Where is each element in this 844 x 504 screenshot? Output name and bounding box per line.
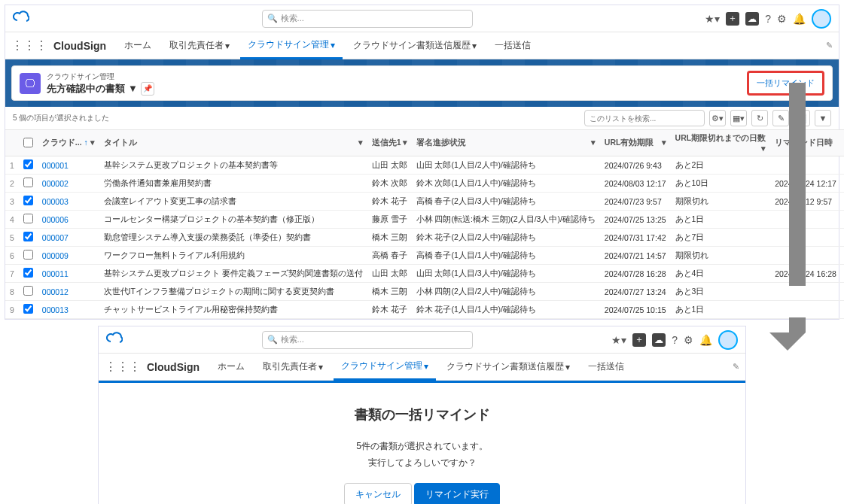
avatar[interactable] <box>812 9 831 29</box>
doc-id-link[interactable]: 000006 <box>42 215 69 224</box>
recipient: 藤原 雪子 <box>367 211 412 229</box>
tab-bulk-send[interactable]: 一括送信 <box>580 354 632 379</box>
add-icon[interactable]: ＋ <box>632 333 646 347</box>
url-expiry: 2024/07/23 9:57 <box>600 193 671 211</box>
col-days-left[interactable]: URL期限切れまでの日数 ▾ <box>671 130 771 156</box>
days-left: あと4日 <box>671 265 771 283</box>
sign-status: 鈴木 花子(1人目/1人中)/確認待ち <box>412 301 600 319</box>
table-row: 1000001基幹システム更改プロジェクトの基本契約書等山田 太郎山田 太郎(1… <box>5 156 844 175</box>
filter-button[interactable]: ▼ <box>815 110 831 126</box>
help-icon[interactable]: ? <box>672 334 678 346</box>
list-settings-button[interactable]: ⚙▾ <box>709 110 726 126</box>
tab-contacts[interactable]: 取引先責任者 ▾ <box>162 33 237 58</box>
app-launcher-icon[interactable]: ⋮⋮⋮ <box>105 360 141 374</box>
select-all-checkbox[interactable] <box>23 138 33 147</box>
cancel-button[interactable]: キャンセル <box>344 483 412 504</box>
tab-home[interactable]: ホーム <box>210 354 252 379</box>
sign-status: 小林 四朗(転送:橋木 三朗)(2人目/3人中)/確認待ち <box>412 211 600 229</box>
object-label: クラウドサイン管理 <box>47 72 114 80</box>
doc-title: 次世代ITインフラ整備プロジェクトの期間に関する変更契約書 <box>99 283 367 301</box>
doc-id-link[interactable]: 000002 <box>42 179 69 188</box>
gear-icon[interactable]: ⚙ <box>684 334 693 346</box>
row-checkbox[interactable] <box>23 286 33 296</box>
refresh-button[interactable]: ↻ <box>751 110 768 126</box>
url-expiry: 2024/07/21 14:57 <box>600 247 671 265</box>
avatar[interactable] <box>718 330 738 350</box>
tab-cloudsign-mgmt[interactable]: クラウドサイン管理 ▾ <box>240 32 343 59</box>
row-number: 7 <box>5 265 19 283</box>
tab-bulk-send[interactable]: 一括送信 <box>487 33 538 58</box>
cloud-app-icon[interactable]: ☁ <box>745 12 759 26</box>
doc-id-link[interactable]: 000001 <box>42 161 69 170</box>
table-row: 4000006コールセンター構築プロジェクトの基本契約書（修正版）藤原 雪子小林… <box>5 211 844 229</box>
col-cloud-id[interactable]: クラウド... ↑ ▾ <box>38 130 99 156</box>
col-remind-dt[interactable]: リマインド日時 <box>770 130 841 156</box>
tab-home[interactable]: ホーム <box>117 33 159 58</box>
sign-status: 鈴木 花子(2人目/2人中)/確認待ち <box>412 229 600 247</box>
col-title[interactable]: タイトル ▾ <box>99 130 367 156</box>
tab-cloudsign-mgmt[interactable]: クラウドサイン管理 ▾ <box>334 354 436 381</box>
sign-status: 高橋 春子(2人目/3人中)/確認待ち <box>412 193 600 211</box>
col-status[interactable]: 署名進捗状況 ▾ <box>412 130 600 156</box>
remind-execute-button[interactable]: リマインド実行 <box>414 483 500 504</box>
row-checkbox[interactable] <box>23 214 33 223</box>
days-left: あと1日 <box>671 211 771 229</box>
col-recipient[interactable]: 送信先1 ▾ <box>367 130 412 156</box>
row-number: 4 <box>5 211 19 229</box>
app-name: CloudSign <box>147 361 200 373</box>
doc-id-link[interactable]: 000012 <box>42 287 69 296</box>
cloud-app-icon[interactable]: ☁ <box>652 333 666 347</box>
pencil-icon[interactable]: ✎ <box>733 362 739 372</box>
chevron-down-icon: ▾ <box>225 41 230 51</box>
row-checkbox[interactable] <box>23 159 33 169</box>
row-checkbox[interactable] <box>23 304 33 314</box>
row-checkbox[interactable] <box>23 178 33 187</box>
tab-send-history[interactable]: クラウドサイン書類送信履歴 ▾ <box>346 33 484 58</box>
tab-contacts[interactable]: 取引先責任者 ▾ <box>255 354 331 379</box>
recipient: 高橋 春子 <box>367 247 412 265</box>
search-icon: 🔍 <box>267 14 278 23</box>
doc-title: 労働条件通知書兼雇用契約書 <box>99 175 367 193</box>
view-title[interactable]: 先方確認中の書類 ▼ 📌 <box>47 82 154 96</box>
global-search[interactable]: 🔍 検索... <box>262 331 473 349</box>
display-grid-button[interactable]: ▦▾ <box>730 110 747 126</box>
pin-icon[interactable]: 📌 <box>141 82 154 96</box>
row-checkbox[interactable] <box>23 196 33 205</box>
list-search-input[interactable] <box>584 110 705 126</box>
star-icon[interactable]: ★▾ <box>611 334 626 346</box>
app-name: CloudSign <box>53 40 106 52</box>
add-icon[interactable]: ＋ <box>726 12 739 26</box>
gear-icon[interactable]: ⚙ <box>777 13 787 25</box>
tab-send-history[interactable]: クラウドサイン書類送信履歴 ▾ <box>439 354 577 379</box>
help-icon[interactable]: ? <box>765 13 771 25</box>
pencil-icon[interactable]: ✎ <box>826 41 833 50</box>
row-checkbox[interactable] <box>23 232 33 241</box>
edit-button[interactable]: ✎ <box>772 110 789 126</box>
row-number: 6 <box>5 247 19 265</box>
search-placeholder: 検索... <box>281 13 304 24</box>
url-expiry: 2024/07/25 13:25 <box>600 211 671 229</box>
doc-title: 会議室レイアウト変更工事の請求書 <box>99 193 367 211</box>
chevron-down-icon: ▾ <box>424 361 428 372</box>
doc-id-link[interactable]: 000013 <box>42 305 69 314</box>
row-checkbox[interactable] <box>23 268 33 278</box>
doc-id-link[interactable]: 000007 <box>42 233 69 242</box>
row-checkbox[interactable] <box>23 250 33 260</box>
doc-id-link[interactable]: 000009 <box>42 251 69 260</box>
chevron-down-icon: ▾ <box>331 40 335 50</box>
bulk-remind-button[interactable]: 一括リマインド <box>747 71 824 96</box>
app-launcher-icon[interactable]: ⋮⋮⋮ <box>11 38 47 53</box>
doc-id-link[interactable]: 000011 <box>42 269 69 278</box>
col-url-expiry[interactable]: URL有効期限 ▾ <box>600 130 671 156</box>
doc-title: ワークフロー無料トライアル利用規約 <box>99 247 367 265</box>
doc-title: 基幹システム更改プロジェクトの基本契約書等 <box>99 156 367 175</box>
bell-icon[interactable]: 🔔 <box>793 13 806 25</box>
doc-id-link[interactable]: 000003 <box>42 197 69 206</box>
cloud-logo-icon <box>106 332 123 348</box>
days-left: 期限切れ <box>671 247 771 265</box>
bell-icon[interactable]: 🔔 <box>699 334 712 346</box>
url-expiry: 2024/07/25 10:15 <box>600 301 671 319</box>
star-icon[interactable]: ★▾ <box>705 13 720 25</box>
url-expiry: 2024/07/26 9:43 <box>600 156 671 175</box>
global-search[interactable]: 🔍 検索... <box>262 10 473 28</box>
